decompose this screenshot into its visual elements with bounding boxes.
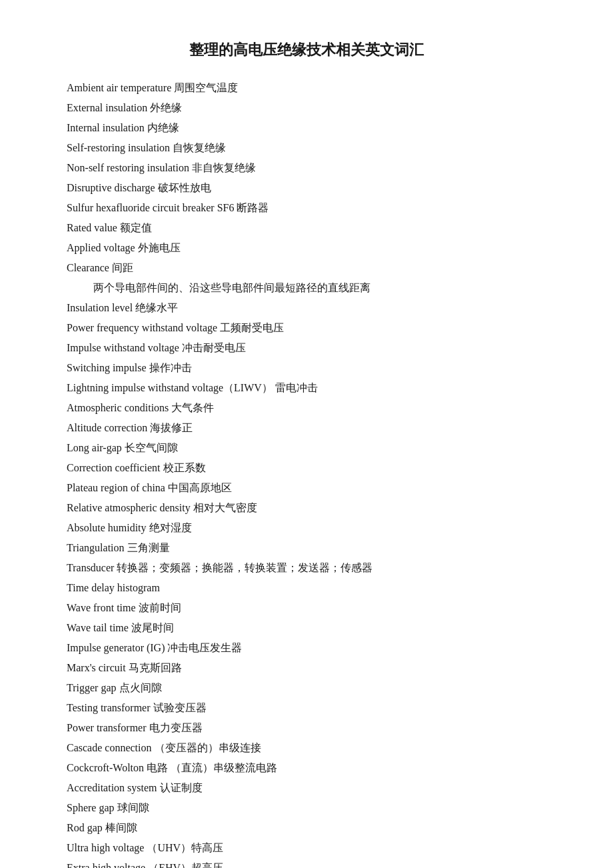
list-item: Power transformer 电力变压器 [67, 719, 546, 737]
list-item: Self-restoring insulation 自恢复绝缘 [67, 139, 546, 157]
list-item: Triangulation 三角测量 [67, 539, 546, 557]
list-item: Ultra high voltage （UHV）特高压 [67, 839, 546, 857]
list-item: Switching impulse 操作冲击 [67, 359, 546, 377]
list-item: Wave tail time 波尾时间 [67, 619, 546, 637]
list-item: Extra high voltage （EHV）超高压 [67, 859, 546, 868]
list-item: Non-self restoring insulation 非自恢复绝缘 [67, 159, 546, 177]
list-item: Trigger gap 点火间隙 [67, 679, 546, 697]
list-item: Applied voltage 外施电压 [67, 239, 546, 257]
list-item: Sphere gap 球间隙 [67, 799, 546, 817]
list-item: Long air-gap 长空气间隙 [67, 439, 546, 457]
list-item: Internal insulation 内绝缘 [67, 119, 546, 137]
list-item: Rod gap 棒间隙 [67, 819, 546, 837]
list-item: External insulation 外绝缘 [67, 99, 546, 117]
list-item: Impulse generator (IG) 冲击电压发生器 [67, 639, 546, 657]
list-item: Altitude correction 海拔修正 [67, 419, 546, 437]
list-item: Correction coefficient 校正系数 [67, 459, 546, 477]
list-item: Rated value 额定值 [67, 219, 546, 237]
list-item: Atmospheric conditions 大气条件 [67, 399, 546, 417]
page-title: 整理的高电压绝缘技术相关英文词汇 [67, 40, 546, 60]
list-item: Ambient air temperature 周围空气温度 [67, 79, 546, 97]
list-item: Disruptive discharge 破坏性放电 [67, 179, 546, 197]
list-item: Power frequency withstand voltage 工频耐受电压 [67, 319, 546, 337]
list-item: Absolute humidity 绝对湿度 [67, 519, 546, 537]
vocabulary-list: Ambient air temperature 周围空气温度External i… [67, 79, 546, 868]
list-item: Wave front time 波前时间 [67, 599, 546, 617]
list-item: Time delay histogram [67, 579, 546, 597]
list-item: Clearance 间距 [67, 259, 546, 277]
list-item: Impulse withstand voltage 冲击耐受电压 [67, 339, 546, 357]
list-item: Sulfur hexafluoride circuit breaker SF6 … [67, 199, 546, 217]
list-item: Transducer 转换器；变频器；换能器，转换装置；发送器；传感器 [67, 559, 546, 577]
list-item: Lightning impulse withstand voltage（LIWV… [67, 379, 546, 397]
list-item: Marx's circuit 马克斯回路 [67, 659, 546, 677]
list-item: Accreditation system 认证制度 [67, 779, 546, 797]
list-item: Relative atmospheric density 相对大气密度 [67, 499, 546, 517]
list-item: Insulation level 绝缘水平 [67, 299, 546, 317]
list-item: Cockcroft-Wolton 电路 （直流）串级整流电路 [67, 759, 546, 777]
list-item: 两个导电部件间的、沿这些导电部件间最短路径的直线距离 [67, 279, 546, 297]
list-item: Testing transformer 试验变压器 [67, 699, 546, 717]
list-item: Cascade connection （变压器的）串级连接 [67, 739, 546, 757]
list-item: Plateau region of china 中国高原地区 [67, 479, 546, 497]
